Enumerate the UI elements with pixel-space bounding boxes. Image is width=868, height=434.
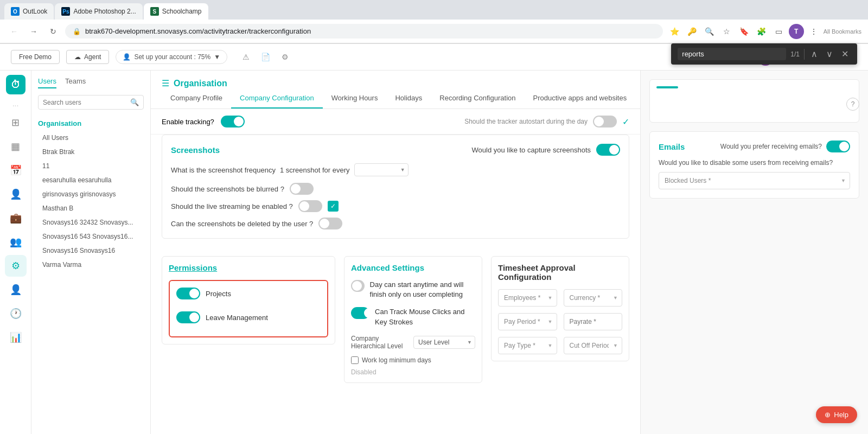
star-icon[interactable]: ☆ [719,24,735,39]
nav-schedule[interactable]: 📅 [5,159,27,181]
help-circle-icon[interactable]: ? [846,98,859,111]
sidebar-user-9[interactable]: Varma Varma [31,258,150,272]
user-sidebar-tabs: Users Teams [31,77,150,88]
alert-icon[interactable]: ⚠ [238,49,253,65]
sidebar-user-1[interactable]: Btrak Btrak [31,145,150,159]
browser-tabs: O OutLook Ps Adobe Photoshop 2... S Scho… [0,0,868,20]
profile-icon[interactable]: T [789,24,804,39]
currency-select[interactable]: Currency * [564,289,623,307]
extensions-icon[interactable]: ⭐ [667,24,682,39]
tab-recording-config[interactable]: Recording Configuration [431,88,524,108]
tab-outlook-label: OutLook [23,8,47,15]
tab-photoshop[interactable]: Ps Adobe Photoshop 2... [55,3,142,20]
leave-toggle[interactable] [176,311,200,323]
find-input[interactable] [678,48,786,60]
sidebar-user-7[interactable]: Snovasys16 543 Snovasys16... [31,229,150,244]
cut-off-period-select[interactable]: Cut Off Period * [564,337,623,354]
day-start-toggle[interactable] [351,280,365,292]
tab-outlook[interactable]: O OutLook [4,3,54,20]
nav-people[interactable]: 👥 [5,231,27,253]
disable-emails-label: Would you like to disable some users fro… [659,159,850,167]
employees-select[interactable]: Employees * [498,289,557,307]
search-input[interactable] [43,99,127,106]
tab-photoshop-label: Adobe Photoshop 2... [73,8,136,15]
sidebar-user-8[interactable]: Snovasys16 Snovasys16 [31,244,150,258]
permissions-box: Projects Leave Management [169,280,328,337]
setup-button[interactable]: 👤 Set up your account : 75% ▼ [116,50,227,64]
payrate-input[interactable] [564,313,623,330]
tab-holidays[interactable]: Holidays [386,88,431,108]
tracking-toggle[interactable] [221,116,245,127]
autostart-toggle[interactable] [593,116,617,127]
tab-company-profile[interactable]: Company Profile [162,88,231,108]
hierarchical-select[interactable]: User Level Team Level Company Level [413,336,475,349]
blocked-users-wrap: Blocked Users * [659,172,850,189]
tab-company-config[interactable]: Company Configuration [231,88,323,108]
all-bookmarks: All Bookmarks [824,28,861,35]
sidebar-user-6[interactable]: Snovasys16 32432 Snovasys... [31,215,150,229]
bookmark-icon[interactable]: 🔖 [737,24,752,39]
nav-settings[interactable]: ⚙ [5,255,27,277]
gear-icon[interactable]: ⚙ [277,49,292,65]
zoom-icon[interactable]: 🔍 [702,24,717,39]
nav-reports[interactable]: 📊 [5,327,27,348]
tab-working-hours[interactable]: Working Hours [323,88,387,108]
sidebar-user-4[interactable]: girisnovasys girisnovasys [31,187,150,201]
screenshots-toggle[interactable] [596,144,620,156]
doc-icon[interactable]: 📄 [258,49,273,65]
tab-role-settings[interactable]: Role settings [635,88,640,108]
pay-type-select[interactable]: Pay Type * [498,337,557,354]
right-panel: Emails Would you prefer receiving emails… [640,71,868,434]
pay-type-wrap: Pay Type * [498,337,557,354]
password-icon[interactable]: 🔑 [685,24,700,39]
icon-sidebar: ⏱ ··· ⊞ ▦ 📅 👤 💼 👥 ⚙ 👤 🕐 📊 [0,71,31,434]
nav-dashboard[interactable]: ⊞ [5,112,27,133]
person-icon: 👤 [123,53,131,61]
nav-person[interactable]: 👤 [5,279,27,301]
back-button[interactable]: ← [7,24,22,39]
sidebar-all-users[interactable]: All Users [31,131,150,145]
projects-toggle[interactable] [176,288,200,299]
hierarchical-select-wrap: User Level Team Level Company Level [413,336,475,349]
tab-productive-apps[interactable]: Productive apps and websites [524,88,635,108]
main-panel: ☰ Organisation Company Profile Company C… [151,71,640,434]
nav-calendar[interactable]: ▦ [5,136,27,157]
blur-toggle[interactable] [290,183,314,195]
find-next-button[interactable]: ∨ [824,48,835,60]
find-prev-button[interactable]: ∧ [809,48,820,60]
projects-permission: Projects [176,288,321,299]
livestream-toggle[interactable] [298,200,322,212]
frequency-select[interactable]: 5 minutes 10 minutes [354,163,409,176]
find-close-button[interactable]: ✕ [839,48,851,60]
nav-briefcase[interactable]: 💼 [5,207,27,229]
tab-schoolchamp[interactable]: S Schoolchamp [144,3,208,20]
pay-period-select[interactable]: Pay Period * [498,313,557,330]
free-demo-button[interactable]: Free Demo [11,50,60,64]
sidebar-org-title[interactable]: Organisation [31,116,150,131]
mouse-track-toggle[interactable] [351,307,369,319]
sidebar-user-5[interactable]: Masthan B [31,201,150,215]
reload-button[interactable]: ↻ [46,24,61,39]
tab-teams[interactable]: Teams [65,77,86,88]
leave-permission: Leave Management [176,311,321,323]
bottom-content: Permissions Projects [151,247,640,392]
menu-button[interactable]: ⋮ [806,24,821,39]
sidebar-user-2[interactable]: 11 [31,159,150,173]
help-button[interactable]: ⊕ Help [816,406,857,423]
forward-button[interactable]: → [26,24,41,39]
lock-icon: 🔒 [73,28,81,35]
sidebar-toggle[interactable]: ▭ [771,24,787,39]
sidebar-user-3[interactable]: eesaruhulla eesaruhulla [31,173,150,187]
advanced-section: Advanced Settings Day can start anytime … [344,256,482,383]
blocked-users-select[interactable]: Blocked Users * [659,172,850,189]
address-bar[interactable]: 🔒 btrak670-development.snovasys.com/acti… [65,24,663,39]
nav-clock[interactable]: 🕐 [5,303,27,324]
tab-users[interactable]: Users [38,77,56,88]
agent-button[interactable]: ☁ Agent [66,50,109,64]
puzzle-icon[interactable]: 🧩 [754,24,769,39]
delete-toggle[interactable] [318,218,342,229]
disabled-text: Disabled [351,368,475,376]
emails-toggle[interactable] [826,141,850,152]
worklog-checkbox[interactable] [351,356,359,364]
nav-user[interactable]: 👤 [5,183,27,205]
